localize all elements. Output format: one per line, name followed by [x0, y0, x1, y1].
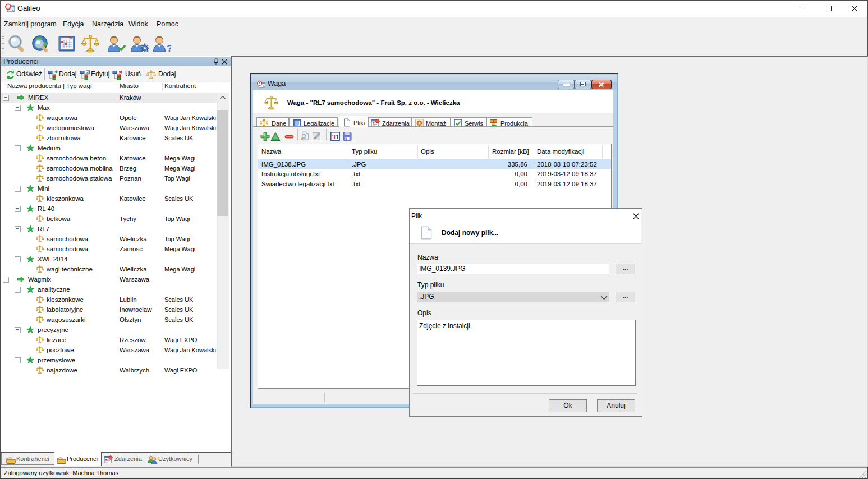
- svg-text:?: ?: [167, 43, 171, 52]
- svg-text:I: I: [337, 133, 339, 140]
